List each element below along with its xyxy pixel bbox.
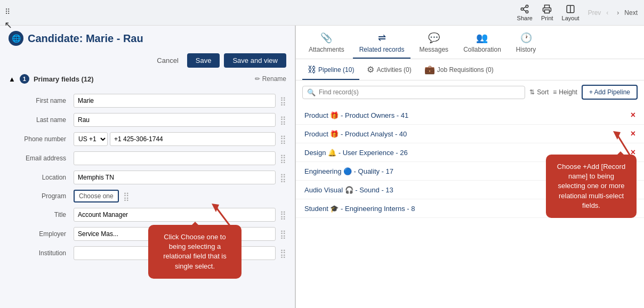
print-button[interactable]: Print <box>541 4 553 21</box>
tooltip-arrow-left <box>210 204 236 227</box>
tabs-row-1: 📎 Attachments ⇌ Related records 💬 Messag… <box>296 26 644 59</box>
pipeline-label: Pipeline (10) <box>318 66 354 74</box>
email-input[interactable] <box>74 151 276 165</box>
cancel-button[interactable]: Cancel <box>152 54 182 67</box>
share-label: Share <box>517 15 533 21</box>
record-title: Candidate: Marie - Rau <box>28 33 143 45</box>
tab-activities[interactable]: ⚙ Activities (0) <box>361 61 416 80</box>
job-req-label: Job Requisitions (0) <box>437 66 494 74</box>
prev-label: Prev <box>588 9 601 17</box>
first-name-label: First name <box>13 97 71 104</box>
tab-attachments[interactable]: 📎 Attachments <box>302 30 351 59</box>
pencil-icon: ✏ <box>255 75 260 83</box>
program-choose-one-button[interactable]: Choose one <box>74 190 119 202</box>
program-label: Program <box>13 192 71 200</box>
field-row: Phone number US +1 ⣿ <box>0 129 295 149</box>
messages-icon: 💬 <box>428 32 440 44</box>
tab-history[interactable]: 🕐 History <box>510 30 542 59</box>
history-label: History <box>516 46 536 53</box>
tooltip-arrow-right <box>607 131 633 156</box>
pipeline-icon: ⛓ <box>308 65 316 75</box>
save-button[interactable]: Save <box>187 53 220 68</box>
drag-handle-first-name[interactable]: ⣿ <box>280 96 286 106</box>
drag-handle-institution[interactable]: ⣿ <box>280 248 286 258</box>
svg-point-2 <box>526 11 529 13</box>
history-icon: 🕐 <box>520 32 532 44</box>
field-row: Institution ⣿ <box>0 244 295 263</box>
list-item[interactable]: Product 🎁 - Product Owners - 41 × <box>296 106 644 125</box>
drag-handle-employer[interactable]: ⣿ <box>280 229 286 239</box>
employer-label: Employer <box>13 230 71 238</box>
title-input[interactable] <box>74 208 276 222</box>
delete-record-button[interactable]: × <box>631 110 635 120</box>
top-bar: Share Print Layout Prev ‹ › Next <box>0 0 644 26</box>
list-toolbar: 🔍 ⇅ Sort ≡ Height + Add Pipeline <box>296 80 644 104</box>
search-input[interactable] <box>319 88 520 96</box>
messages-label: Messages <box>419 46 448 53</box>
field-row: First name ⣿ <box>0 91 295 110</box>
tab-messages[interactable]: 💬 Messages <box>413 30 455 59</box>
height-icon: ≡ <box>553 88 557 96</box>
search-icon: 🔍 <box>307 88 316 96</box>
section-title: Primary fields (12) <box>34 75 94 83</box>
activities-icon: ⚙ <box>367 64 374 75</box>
height-label: Height <box>559 88 577 96</box>
drag-handle-phone[interactable]: ⣿ <box>280 134 286 144</box>
location-input[interactable] <box>74 171 276 184</box>
layout-label: Layout <box>562 15 579 21</box>
related-records-icon: ⇌ <box>378 32 386 44</box>
last-name-label: Last name <box>13 116 71 124</box>
first-name-input[interactable] <box>74 94 276 108</box>
collaboration-label: Collaboration <box>463 46 501 53</box>
phone-label: Phone number <box>13 135 71 143</box>
tab-collaboration[interactable]: 👥 Collaboration <box>457 30 508 59</box>
section-header[interactable]: ▲ 1 Primary fields (12) ✏ Rename <box>0 71 295 87</box>
location-label: Location <box>13 174 71 181</box>
drag-handle-email[interactable]: ⣿ <box>280 153 286 164</box>
print-label: Print <box>541 15 553 21</box>
share-button[interactable]: Share <box>517 4 533 21</box>
program-field-row: Program Choose one ⣿ <box>0 187 295 205</box>
search-box[interactable]: 🔍 <box>302 86 525 99</box>
attachments-label: Attachments <box>309 46 344 53</box>
sort-icon: ⇅ <box>529 88 535 96</box>
svg-line-3 <box>524 10 526 11</box>
drag-handle-location[interactable]: ⣿ <box>280 173 286 183</box>
action-bar: Cancel Save Save and view <box>0 50 295 71</box>
tab-pipeline[interactable]: ⛓ Pipeline (10) <box>302 62 359 80</box>
layout-button[interactable]: Layout <box>562 4 579 21</box>
record-link[interactable]: Product 🎁 - Product Owners - 41 <box>304 111 631 119</box>
pagination-nav: Prev ‹ › Next <box>588 8 638 18</box>
drag-handle-last-name[interactable]: ⣿ <box>280 115 286 125</box>
attachments-icon: 📎 <box>320 32 332 44</box>
add-pipeline-button[interactable]: + Add Pipeline <box>582 85 638 100</box>
save-view-button[interactable]: Save and view <box>224 53 286 68</box>
collaboration-icon: 👥 <box>476 32 488 44</box>
title-label: Title <box>13 211 71 218</box>
tooltip-add-pipeline-text: Choose +Add [Record name] to being selec… <box>557 163 625 209</box>
collapse-icon: ▲ <box>9 75 15 83</box>
field-row: Employer ⣿ <box>0 224 295 244</box>
rename-button[interactable]: ✏ Rename <box>255 75 286 83</box>
last-name-input[interactable] <box>74 113 276 127</box>
record-link[interactable]: Product 🎁 - Product Analyst - 40 <box>304 130 631 138</box>
next-button[interactable]: › <box>614 8 622 18</box>
phone-input[interactable] <box>110 132 276 146</box>
height-button[interactable]: ≡ Height <box>553 88 577 96</box>
tab-job-requisitions[interactable]: 💼 Job Requisitions (0) <box>419 61 499 80</box>
prev-button[interactable]: ‹ <box>603 8 611 18</box>
record-icon: 🌐 <box>9 31 23 46</box>
list-item[interactable]: Product 🎁 - Product Analyst - 40 × <box>296 125 644 143</box>
drag-handle-program[interactable]: ⣿ <box>123 191 130 201</box>
job-req-icon: 💼 <box>424 64 435 75</box>
tab-related-records[interactable]: ⇌ Related records <box>353 30 411 59</box>
sort-label: Sort <box>537 88 549 96</box>
phone-country-select[interactable]: US +1 <box>74 132 108 146</box>
drag-handle-title[interactable]: ⣿ <box>280 210 286 220</box>
field-row: Email address ⣿ <box>0 149 295 168</box>
drag-icon: ⠿ <box>5 7 10 16</box>
section-badge: 1 <box>20 74 29 84</box>
sort-button[interactable]: ⇅ Sort <box>529 88 549 96</box>
field-row: Last name ⣿ <box>0 110 295 129</box>
next-label: Next <box>624 9 638 17</box>
